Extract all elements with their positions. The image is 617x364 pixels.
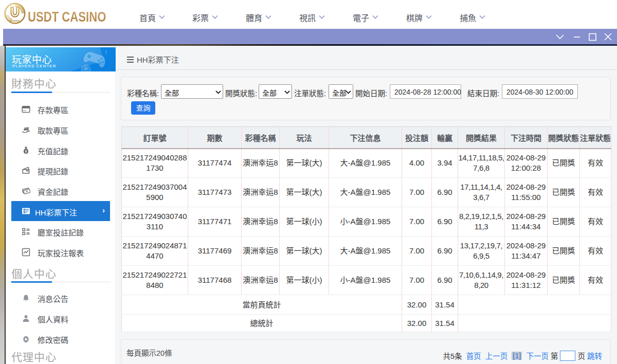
svg-text:Casino: Casino	[10, 19, 20, 22]
